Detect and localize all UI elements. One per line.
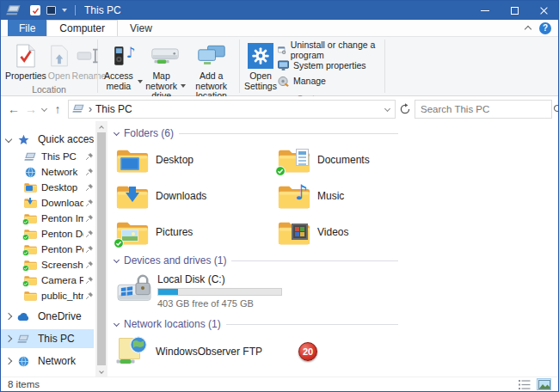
this-pc-icon: [72, 104, 85, 113]
map-network-drive-button[interactable]: Map network drive: [144, 40, 187, 103]
chevron-down-icon[interactable]: [5, 136, 12, 143]
chevron-right-icon[interactable]: [5, 335, 12, 342]
sidebar-item-this-pc-pinned[interactable]: This PC: [1, 149, 94, 164]
open-settings-button[interactable]: OpenSettings: [243, 40, 278, 93]
pin-icon: [85, 214, 94, 223]
access-media-button[interactable]: ♪ Access media: [101, 40, 144, 93]
section-header-network-locations[interactable]: Network locations (1): [114, 317, 398, 331]
search-box[interactable]: [415, 100, 552, 119]
minimize-button[interactable]: [470, 1, 500, 20]
close-button[interactable]: [529, 1, 558, 20]
uninstall-program-button[interactable]: Uninstall or change a program: [278, 43, 381, 57]
properties-icon: [15, 42, 36, 70]
sidebar-scrollbar[interactable]: [95, 121, 108, 377]
map-network-drive-icon: [150, 42, 180, 70]
section-rule: [226, 324, 398, 325]
dropdown-caret-icon: [181, 84, 186, 88]
folder-tile-pictures[interactable]: Pictures: [114, 214, 276, 250]
folder-tile-desktop[interactable]: Desktop: [114, 142, 276, 178]
access-media-icon: ♪: [113, 42, 132, 70]
downloads-folder-icon: [23, 197, 37, 209]
sidebar-item-penton-docs[interactable]: Penton Docs: [1, 226, 94, 242]
folder-tile-music[interactable]: ♪ Music: [276, 178, 438, 214]
this-pc-app-icon: [6, 4, 22, 16]
ftp-location-name: WindowsObserver FTP: [156, 346, 262, 358]
pin-icon: [85, 152, 94, 161]
back-icon[interactable]: ←: [7, 102, 21, 116]
folder-tile-videos[interactable]: Videos: [276, 214, 438, 250]
sidebar-item-penton-image[interactable]: Penton Image: [1, 211, 94, 226]
sidebar-item-camera-roll[interactable]: Camera Roll: [1, 273, 94, 288]
synced-folder-icon: [23, 243, 37, 255]
qat-new-folder-icon[interactable]: [46, 6, 56, 15]
section-header-devices[interactable]: Devices and drives (1): [114, 254, 398, 267]
sidebar-item-screenshots[interactable]: Screenshots: [1, 257, 94, 273]
scroll-up-icon[interactable]: [99, 126, 104, 131]
rename-icon: [77, 42, 101, 70]
folder-icon: [23, 290, 37, 302]
system-properties-button[interactable]: System properties: [278, 58, 381, 72]
sidebar-item-quick-access[interactable]: Quick access: [1, 130, 94, 149]
folder-tile-downloads[interactable]: Downloads: [114, 178, 276, 214]
minimize-ribbon-icon[interactable]: [525, 26, 531, 33]
ribbon-group-location: Properties Open Rename Location: [1, 37, 97, 95]
section-header-folders[interactable]: Folders (6): [114, 126, 398, 140]
qat-customize-caret-icon[interactable]: [62, 9, 67, 12]
network-location-tile-ftp[interactable]: WindowsObserver FTP 20: [114, 333, 558, 367]
help-icon[interactable]: ?: [539, 22, 551, 34]
search-icon[interactable]: [553, 104, 559, 114]
folder-tile-documents[interactable]: Documents: [276, 142, 438, 178]
chevron-right-icon[interactable]: [5, 313, 12, 320]
sidebar-item-homegroup[interactable]: Homegroup: [1, 374, 94, 377]
manage-button[interactable]: Manage: [278, 74, 381, 88]
sidebar-item-public-html[interactable]: public_html: [1, 288, 94, 303]
recent-locations-caret-icon[interactable]: [41, 106, 47, 112]
window-controls: [470, 1, 558, 20]
sidebar-item-network[interactable]: Network: [1, 352, 94, 371]
file-list-pane: Folders (6) Desktop Documents Downloads …: [108, 121, 558, 377]
details-view-button[interactable]: [517, 378, 531, 390]
sidebar-item-onedrive[interactable]: OneDrive: [1, 307, 94, 326]
collapse-icon[interactable]: [114, 320, 120, 326]
title-bar: This PC: [1, 1, 558, 20]
music-folder-icon: ♪: [278, 183, 310, 210]
thumbnails-view-button[interactable]: [537, 378, 551, 390]
scroll-down-icon[interactable]: [99, 369, 104, 374]
qat-properties-icon[interactable]: [30, 5, 40, 15]
up-icon[interactable]: ↑: [51, 102, 64, 116]
drive-tile-local-disk[interactable]: Local Disk (C:) 403 GB free of 475 GB: [114, 269, 558, 315]
pin-icon: [85, 260, 94, 269]
sidebar-item-this-pc[interactable]: This PC: [1, 329, 94, 348]
collapse-icon[interactable]: [114, 256, 120, 262]
synced-folder-icon: [23, 274, 37, 286]
system-properties-icon: [278, 60, 289, 71]
pictures-folder-icon: [116, 219, 149, 246]
refresh-icon[interactable]: [399, 103, 411, 115]
add-network-location-button[interactable]: Add a networklocation: [187, 40, 236, 103]
pin-icon: [85, 230, 94, 238]
thumbnails-view-icon: [538, 380, 550, 389]
tab-view[interactable]: View: [118, 20, 164, 36]
sidebar-item-desktop[interactable]: Desktop: [1, 180, 94, 195]
local-disk-icon: [116, 273, 154, 305]
desktop-folder-icon: [23, 181, 37, 193]
synced-folder-icon: [23, 228, 37, 240]
properties-button[interactable]: Properties: [4, 40, 47, 83]
tab-computer[interactable]: Computer: [46, 20, 118, 36]
sidebar-item-penton-podca[interactable]: Penton Podca: [1, 242, 94, 257]
tab-file[interactable]: File: [8, 20, 46, 36]
sidebar-item-network-pinned[interactable]: Network: [1, 164, 94, 180]
address-dropdown-caret-icon[interactable]: [384, 106, 390, 112]
breadcrumb-location[interactable]: This PC: [95, 103, 382, 115]
search-input[interactable]: [421, 104, 553, 114]
scrollbar-thumb[interactable]: [97, 132, 106, 365]
qat-separator: [75, 5, 76, 15]
collapse-icon[interactable]: [114, 129, 120, 135]
network-icon: [23, 166, 37, 178]
close-icon: [539, 6, 549, 15]
maximize-button[interactable]: [500, 1, 529, 20]
sidebar-item-downloads[interactable]: Downloads: [1, 195, 94, 211]
dropdown-caret-icon: [138, 80, 143, 83]
chevron-right-icon[interactable]: [5, 358, 12, 364]
breadcrumb[interactable]: › This PC: [68, 100, 396, 119]
